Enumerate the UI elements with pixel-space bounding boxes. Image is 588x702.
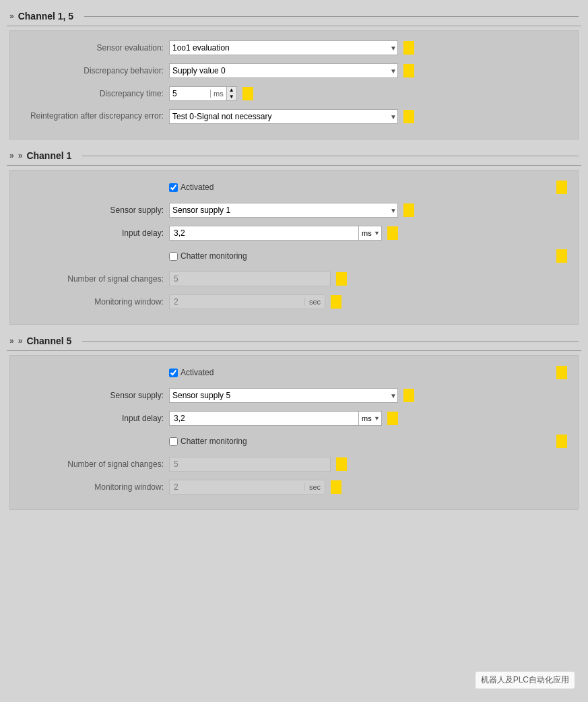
select-sensor-supply-channel1[interactable]: Sensor supply 1 Sensor supply 2 Sensor s… [169, 203, 398, 218]
checkbox-chatter-channel5[interactable] [169, 437, 178, 446]
indicator-signal-changes-channel5 [336, 457, 347, 471]
label-sensor-supply-channel1: Sensor supply: [21, 205, 169, 215]
unit-discrepancy-time: ms [210, 90, 226, 98]
row-input-delay-channel5: Input delay: ms s ▼ [21, 410, 567, 427]
select-discrepancy-behavior[interactable]: Supply value 0 Supply value 1 [169, 63, 398, 78]
divider-channel15 [84, 16, 579, 17]
activated-label-channel5: Activated [181, 368, 214, 377]
section-header-channel5: » » Channel 5 [7, 331, 581, 351]
control-monitoring-window-channel1: sec [169, 294, 567, 309]
control-sensor-supply-channel5: Sensor supply 5 Sensor supply 1 Sensor s… [169, 388, 567, 403]
arrow2-channel1[interactable]: » [18, 151, 23, 160]
input-signal-changes-channel1 [169, 272, 331, 286]
label-reintegration: Reintegration after discrepancy error: [21, 111, 169, 122]
indicator-signal-changes-channel1 [336, 272, 347, 286]
arrow1-channel5[interactable]: » [9, 336, 14, 346]
select-unit-delay-channel5[interactable]: ms s [359, 412, 381, 425]
label-sensor-evaluation: Sensor evaluation: [21, 43, 169, 53]
divider-channel1 [82, 156, 579, 156]
control-reintegration: Test 0-Signal not necessary Test 0-Signa… [169, 109, 567, 124]
indicator-sensor-evaluation [403, 41, 414, 55]
control-signal-changes-channel5 [169, 457, 567, 472]
row-chatter-channel5: Chatter monitoring [21, 433, 567, 450]
row-sensor-supply-channel1: Sensor supply: Sensor supply 1 Sensor su… [21, 201, 567, 219]
section-header-channel1: » » Channel 1 [7, 146, 581, 166]
unit-select-wrapper-channel5: ms s ▼ [358, 412, 381, 425]
label-sensor-supply-channel5: Sensor supply: [21, 391, 169, 400]
spin-down-discrepancy-time[interactable]: ▼ [227, 94, 236, 100]
main-container: » Channel 1, 5 Sensor evaluation: 1oo1 e… [0, 0, 588, 517]
select-wrapper-sensor-evaluation: 1oo1 evaluation 1oo2 evaluation 2oo2 eva… [169, 40, 398, 55]
input-delay-value-channel1[interactable] [170, 226, 358, 240]
indicator-monitoring-window-channel1 [331, 295, 341, 309]
chatter-label-channel5: Chatter monitoring [181, 437, 247, 446]
control-sensor-supply-channel1: Sensor supply 1 Sensor supply 2 Sensor s… [169, 203, 567, 218]
label-signal-changes-channel5: Number of signal changes: [21, 459, 169, 469]
control-input-delay-channel1: ms s ▼ [169, 226, 567, 241]
unit-monitoring-channel5: sec [304, 483, 325, 491]
unit-select-wrapper-channel1: ms s ▼ [358, 226, 381, 240]
select-reintegration[interactable]: Test 0-Signal not necessary Test 0-Signa… [169, 109, 398, 124]
section-title-channel5: Channel 5 [26, 336, 71, 346]
chatter-label-channel1: Chatter monitoring [181, 251, 247, 261]
select-sensor-supply-channel5[interactable]: Sensor supply 5 Sensor supply 1 Sensor s… [169, 388, 398, 403]
row-discrepancy-time: Discrepancy time: ms ▲ ▼ [21, 85, 567, 102]
row-input-delay-channel1: Input delay: ms s ▼ [21, 224, 567, 242]
control-monitoring-window-channel5: sec [169, 480, 567, 494]
label-signal-changes-channel1: Number of signal changes: [21, 274, 169, 284]
row-monitoring-window-channel1: Monitoring window: sec [21, 293, 567, 311]
select-wrapper-discrepancy-behavior: Supply value 0 Supply value 1 ▼ [169, 63, 398, 78]
label-discrepancy-behavior: Discrepancy behavior: [21, 66, 169, 75]
indicator-activated-channel1 [556, 181, 567, 194]
control-sensor-evaluation: 1oo1 evaluation 1oo2 evaluation 2oo2 eva… [169, 40, 567, 55]
indicator-discrepancy-time [242, 87, 253, 100]
section-header-channel15: » Channel 1, 5 [7, 7, 581, 26]
section-body-channel15: Sensor evaluation: 1oo1 evaluation 1oo2 … [9, 30, 579, 139]
arrow2-channel5[interactable]: » [18, 336, 23, 346]
select-wrapper-sensor-supply-channel1: Sensor supply 1 Sensor supply 2 Sensor s… [169, 203, 398, 218]
label-input-delay-channel1: Input delay: [21, 228, 169, 238]
input-with-unit-monitoring-channel5: sec [169, 480, 325, 494]
indicator-chatter-channel5 [556, 435, 567, 448]
arrow-channel15[interactable]: » [9, 11, 14, 21]
section-channel15: » Channel 1, 5 Sensor evaluation: 1oo1 e… [7, 7, 581, 139]
indicator-input-delay-channel5 [387, 412, 398, 425]
label-input-delay-channel5: Input delay: [21, 414, 169, 423]
checkbox-activated-channel5[interactable] [169, 369, 178, 377]
checkbox-activated-channel1[interactable] [169, 183, 178, 192]
row-signal-changes-channel1: Number of signal changes: [21, 270, 567, 288]
indicator-discrepancy-behavior [403, 64, 414, 77]
input-delay-value-channel5[interactable] [170, 412, 358, 425]
input-monitoring-window-channel1 [170, 295, 304, 309]
row-monitoring-window-channel5: Monitoring window: sec [21, 478, 567, 496]
spin-up-discrepancy-time[interactable]: ▲ [227, 87, 236, 94]
indicator-chatter-channel1 [556, 249, 567, 263]
section-body-channel1: Activated Sensor supply: Sensor supply 1… [9, 170, 579, 325]
unit-monitoring-channel1: sec [304, 298, 325, 306]
row-sensor-supply-channel5: Sensor supply: Sensor supply 5 Sensor su… [21, 387, 567, 404]
select-sensor-evaluation[interactable]: 1oo1 evaluation 1oo2 evaluation 2oo2 eva… [169, 40, 398, 55]
label-monitoring-window-channel1: Monitoring window: [21, 297, 169, 307]
input-discrepancy-time[interactable] [170, 87, 210, 100]
checkbox-chatter-channel1[interactable] [169, 252, 178, 261]
select-unit-delay-channel1[interactable]: ms s [359, 226, 381, 240]
indicator-sensor-supply-channel5 [403, 389, 414, 402]
input-with-unit-monitoring-channel1: sec [169, 294, 325, 309]
input-signal-changes-channel5 [169, 457, 331, 472]
spin-buttons-discrepancy-time: ▲ ▼ [226, 87, 236, 100]
select-wrapper-reintegration: Test 0-Signal not necessary Test 0-Signa… [169, 109, 398, 124]
select-wrapper-sensor-supply-channel5: Sensor supply 5 Sensor supply 1 Sensor s… [169, 388, 398, 403]
control-chatter-channel5: Chatter monitoring [169, 435, 567, 448]
row-activated-channel5: Activated [21, 364, 567, 381]
control-chatter-channel1: Chatter monitoring [169, 249, 567, 263]
control-activated-channel1: Activated [169, 181, 567, 194]
indicator-sensor-supply-channel1 [403, 203, 414, 217]
input-with-unit-delay-channel5: ms s ▼ [169, 411, 382, 426]
input-with-unit-delay-channel1: ms s ▼ [169, 226, 382, 241]
section-channel5: » » Channel 5 Activated Sensor supply: [7, 331, 581, 510]
watermark: 机器人及PLC自动化应用 [476, 672, 575, 689]
arrow1-channel1[interactable]: » [9, 151, 14, 160]
row-activated-channel1: Activated [21, 179, 567, 196]
section-channel1: » » Channel 1 Activated Sensor supply: [7, 146, 581, 325]
activated-label-channel1: Activated [181, 183, 214, 192]
